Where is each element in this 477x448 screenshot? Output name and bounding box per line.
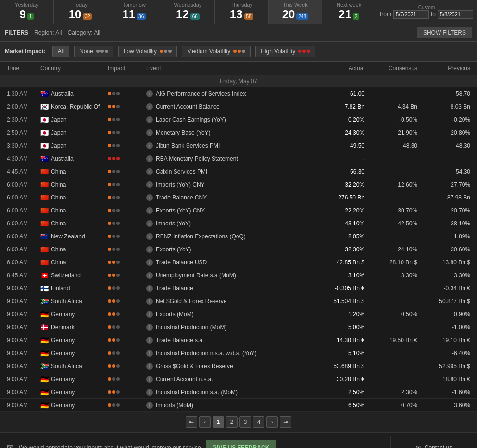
cell-impact: [106, 130, 144, 135]
info-icon[interactable]: i: [146, 298, 153, 305]
country-flag: 🇿🇦: [40, 298, 49, 305]
cell-event: i RBA Monetary Policy Statement: [144, 154, 314, 163]
info-icon[interactable]: i: [146, 129, 153, 136]
dot-1: [233, 50, 237, 53]
page-last-button[interactable]: ⇥: [280, 416, 291, 428]
cell-country: 🇯🇵 Japan: [38, 141, 106, 150]
show-filters-button[interactable]: SHOW FILTERS: [417, 27, 472, 38]
info-icon[interactable]: i: [146, 272, 153, 279]
impact-dot: [112, 105, 115, 108]
country-flag: 🇩🇰: [40, 324, 49, 331]
info-icon[interactable]: i: [146, 350, 153, 357]
dot-2: [238, 50, 241, 53]
impact-all-button[interactable]: All: [52, 46, 69, 57]
cell-previous: 19.10 Bn €: [419, 336, 472, 345]
info-icon[interactable]: i: [146, 90, 153, 97]
cell-previous: 38.10%: [419, 219, 472, 228]
info-icon[interactable]: i: [146, 246, 153, 253]
table-row: 1:30 AM 🇦🇺 Australia i AiG Performance o…: [0, 87, 477, 100]
impact-dot: [108, 183, 111, 186]
tab-tomorrow[interactable]: Tomorrow 1136: [107, 0, 161, 24]
cell-previous: -6.40%: [419, 349, 472, 358]
impact-dots: [108, 312, 142, 316]
country-name: China: [51, 220, 66, 227]
impact-dots: [108, 248, 142, 251]
page-4-button[interactable]: 4: [253, 416, 264, 428]
table-header: Time Country Impact Event Actual Consens…: [0, 62, 477, 75]
info-icon[interactable]: i: [146, 311, 153, 318]
tab-thursday-label: Thursday: [219, 2, 264, 8]
info-icon[interactable]: i: [146, 363, 153, 370]
page-prev-button[interactable]: ‹: [199, 416, 211, 428]
tab-wednesday-num: 12: [176, 8, 189, 21]
tab-custom[interactable]: Custom from to: [376, 0, 477, 24]
info-icon[interactable]: i: [146, 116, 153, 123]
event-name: Net $Gold & Forex Reserve: [156, 298, 226, 305]
region-filter[interactable]: Region: All: [34, 29, 62, 36]
impact-dot: [112, 286, 115, 290]
tab-today-num: 10: [69, 8, 82, 21]
info-icon[interactable]: i: [146, 142, 153, 149]
info-icon[interactable]: i: [146, 233, 153, 240]
tab-wednesday[interactable]: Wednesday 1266: [161, 0, 215, 24]
category-filter[interactable]: Category: All: [68, 29, 100, 36]
cell-previous: 48.30: [419, 141, 472, 150]
tab-this-week-label: This Week: [273, 2, 318, 8]
impact-dot: [112, 235, 115, 238]
table-row: 9:00 AM 🇩🇪 Germany i Exports (MoM) 1.20%…: [0, 308, 477, 321]
tab-today[interactable]: Today 1032: [54, 0, 108, 24]
country-name: China: [51, 168, 66, 175]
country-name: China: [51, 181, 66, 188]
info-icon[interactable]: i: [146, 285, 153, 292]
info-icon[interactable]: i: [146, 155, 153, 162]
info-icon[interactable]: i: [146, 194, 153, 201]
cell-time: 9:00 AM: [5, 375, 38, 384]
info-icon[interactable]: i: [146, 337, 153, 344]
table-row: 9:00 AM 🇩🇪 Germany i Current Account n.s…: [0, 373, 477, 386]
page-3-button[interactable]: 3: [239, 416, 251, 428]
impact-dot: [108, 299, 111, 303]
country-name: Switzerland: [51, 272, 81, 279]
cell-country: 🇩🇪 Germany: [38, 374, 106, 384]
info-icon[interactable]: i: [146, 376, 153, 383]
country-name: South Africa: [51, 298, 82, 305]
from-date-input[interactable]: [393, 10, 429, 19]
footer-contact[interactable]: ✉ Contact us: [390, 436, 477, 448]
page-1-button[interactable]: 1: [213, 416, 224, 428]
tab-yesterday[interactable]: Yesterday 91: [0, 0, 54, 24]
impact-high-button[interactable]: High Volatility: [255, 46, 315, 57]
tab-this-week-num: 20: [282, 8, 295, 21]
give-feedback-button[interactable]: GIVE US FEEDBACK: [206, 440, 276, 448]
impact-medium-button[interactable]: Medium Volatility: [182, 46, 251, 57]
info-icon[interactable]: i: [146, 207, 153, 214]
to-date-input[interactable]: [438, 10, 473, 19]
page-next-button[interactable]: ›: [266, 416, 278, 428]
cell-time: 9:00 AM: [5, 401, 38, 410]
country-flag: 🇨🇳: [40, 207, 49, 214]
tab-next-week[interactable]: Next week 212: [322, 0, 376, 24]
info-icon[interactable]: i: [146, 181, 153, 188]
impact-dot: [116, 105, 120, 108]
impact-none-button[interactable]: None: [74, 46, 113, 57]
info-icon[interactable]: i: [146, 220, 153, 227]
tab-this-week[interactable]: This Week 20248: [269, 0, 323, 24]
info-icon[interactable]: i: [146, 259, 153, 266]
category-value: All: [94, 29, 100, 36]
impact-dot: [112, 92, 115, 95]
impact-dot: [108, 235, 111, 238]
info-icon[interactable]: i: [146, 168, 153, 175]
event-name: Jibun Bank Services PMI: [156, 142, 220, 149]
table-row: 9:00 AM 🇩🇪 Germany i Industrial Producti…: [0, 386, 477, 399]
impact-dot: [116, 248, 120, 251]
tab-thursday[interactable]: Thursday 1358: [215, 0, 269, 24]
event-name: Exports (MoM): [156, 311, 194, 318]
info-icon[interactable]: i: [146, 103, 153, 110]
info-icon[interactable]: i: [146, 389, 153, 396]
impact-low-button[interactable]: Low Volatility: [118, 46, 177, 57]
info-icon[interactable]: i: [146, 402, 153, 409]
country-flag: 🇨🇳: [40, 259, 49, 266]
page-first-button[interactable]: ⇤: [186, 416, 197, 428]
page-2-button[interactable]: 2: [226, 416, 238, 428]
cell-actual: -0.305 Bn €: [314, 284, 366, 293]
info-icon[interactable]: i: [146, 324, 153, 331]
